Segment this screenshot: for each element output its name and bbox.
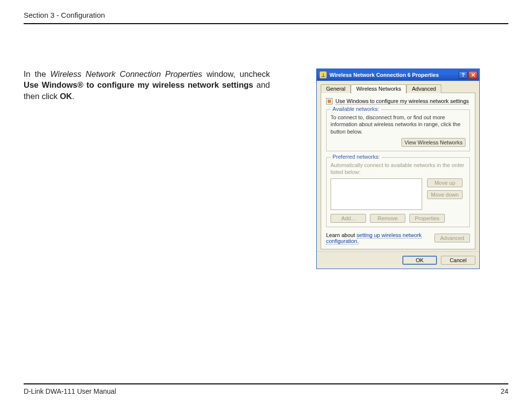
dialog-title: Wireless Network Connection 6 Properties	[330, 72, 439, 78]
instr-bold2: OK	[60, 92, 72, 101]
properties-button[interactable]: Properties	[409, 214, 445, 223]
view-wireless-networks-button[interactable]: View Wireless Networks	[401, 138, 466, 147]
use-windows-checkbox[interactable]	[326, 98, 332, 104]
move-up-button[interactable]: Move up	[427, 178, 463, 187]
add-button[interactable]: Add...	[331, 214, 366, 223]
footer-page-number: 24	[500, 387, 508, 395]
learn-prefix: Learn about	[326, 232, 357, 238]
ok-button[interactable]: OK	[402, 256, 437, 265]
cancel-button[interactable]: Cancel	[441, 256, 475, 265]
tab-advanced[interactable]: Advanced	[406, 84, 441, 93]
use-windows-checkbox-label[interactable]: Use Windows to configure my wireless net…	[335, 98, 469, 104]
wireless-icon: ⊥	[320, 71, 327, 78]
footer-manual-name: D-Link DWA-111 User Manual	[24, 387, 116, 395]
help-button[interactable]: ?	[459, 71, 467, 79]
tab-strip: General Wireless Networks Advanced	[321, 84, 475, 93]
instr-italic: Wireless Network Connection Properties	[50, 69, 202, 78]
available-networks-group: Available networks: To connect to, disco…	[326, 109, 470, 151]
instr-part4: .	[72, 92, 74, 101]
dialog-titlebar: ⊥ Wireless Network Connection 6 Properti…	[317, 69, 479, 81]
preferred-networks-listbox[interactable]	[331, 178, 422, 210]
preferred-networks-group: Preferred networks: Automatically connec…	[326, 157, 470, 228]
available-networks-label: Available networks:	[331, 106, 381, 112]
learn-text: Learn about setting up wireless network …	[326, 232, 434, 244]
instr-part1: In the	[24, 69, 50, 78]
section-header: Section 3 - Configuration	[24, 11, 508, 24]
tab-wireless-networks[interactable]: Wireless Networks	[351, 84, 406, 94]
instr-part2: window, uncheck	[202, 69, 270, 78]
remove-button[interactable]: Remove	[370, 214, 405, 223]
properties-dialog: ⊥ Wireless Network Connection 6 Properti…	[316, 68, 480, 269]
close-button[interactable]: ✕	[468, 71, 477, 79]
preferred-networks-label: Preferred networks:	[331, 154, 382, 160]
dialog-footer: OK Cancel	[317, 251, 479, 269]
instruction-text: In the Wireless Network Connection Prope…	[24, 68, 270, 269]
available-networks-help: To connect to, disconnect from, or find …	[331, 114, 466, 135]
preferred-networks-help: Automatically connect to available netwo…	[331, 162, 466, 176]
tab-general[interactable]: General	[321, 84, 351, 93]
instr-bold: Use Windows® to configure my wireless ne…	[24, 80, 253, 89]
tab-panel: Use Windows to configure my wireless net…	[321, 93, 475, 249]
advanced-button[interactable]: Advanced	[434, 234, 470, 242]
move-down-button[interactable]: Move down	[427, 190, 463, 199]
